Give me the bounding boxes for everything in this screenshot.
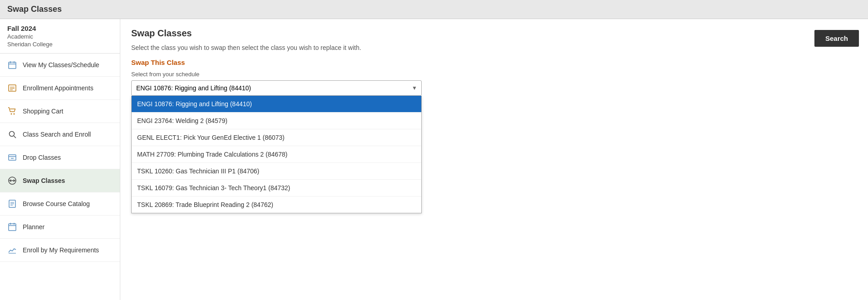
sidebar-item-view-schedule-label: View My Classes/Schedule xyxy=(23,61,99,69)
sidebar-item-planner-label: Planner xyxy=(23,223,44,231)
dropdown-item-4[interactable]: TSKL 10260: Gas Technician III P1 (84706… xyxy=(132,163,421,180)
sidebar-sub2: Sheridan College xyxy=(7,41,113,48)
page-wrapper: Swap Classes Fall 2024 Academic Sheridan… xyxy=(0,0,868,300)
sidebar-item-shopping-cart[interactable]: Shopping Cart xyxy=(0,100,120,123)
sidebar-item-browse-label: Browse Course Catalog xyxy=(23,200,90,207)
cart-icon xyxy=(7,106,17,116)
sidebar-nav: View My Classes/Schedule Enrollment Appo… xyxy=(0,54,120,300)
enroll-icon xyxy=(7,245,17,255)
search-button[interactable]: Search xyxy=(814,30,859,47)
main-content: Search Swap Classes Select the class you… xyxy=(120,19,868,300)
browse-icon xyxy=(7,199,17,209)
sidebar-item-drop-label: Drop Classes xyxy=(23,154,61,161)
sidebar-item-view-schedule[interactable]: View My Classes/Schedule xyxy=(0,54,120,77)
dropdown-item-2[interactable]: GENL ELECT1: Pick Your GenEd Elective 1 … xyxy=(132,129,421,146)
sidebar: Fall 2024 Academic Sheridan College View… xyxy=(0,19,120,300)
schedule-select[interactable]: ENGI 10876: Rigging and Lifting (84410)E… xyxy=(131,80,422,96)
sidebar-item-cart-label: Shopping Cart xyxy=(23,108,64,115)
svg-rect-12 xyxy=(9,155,16,160)
list-icon xyxy=(7,83,17,93)
planner-icon xyxy=(7,222,17,232)
sidebar-term: Fall 2024 xyxy=(7,25,113,32)
drop-icon xyxy=(7,152,17,162)
sidebar-item-swap-classes[interactable]: Swap Classes xyxy=(0,169,120,192)
svg-point-8 xyxy=(11,113,12,115)
dropdown-item-0[interactable]: ENGI 10876: Rigging and Lifting (84410) xyxy=(132,96,421,113)
sidebar-item-browse-catalog[interactable]: Browse Course Catalog xyxy=(0,192,120,216)
content-title: Swap Classes xyxy=(131,28,857,39)
sidebar-item-enrollment-label: Enrollment Appointments xyxy=(23,84,94,92)
dropdown-item-6[interactable]: TSKL 20869: Trade Blueprint Reading 2 (8… xyxy=(132,197,421,213)
sidebar-header: Fall 2024 Academic Sheridan College xyxy=(0,19,120,54)
dropdown-item-1[interactable]: ENGI 23764: Welding 2 (84579) xyxy=(132,113,421,129)
dropdown-list: ENGI 10876: Rigging and Lifting (84410) … xyxy=(131,96,422,213)
sidebar-item-swap-label: Swap Classes xyxy=(23,177,65,184)
instruction-text: Select the class you wish to swap then s… xyxy=(131,44,857,51)
swap-icon xyxy=(7,176,17,186)
svg-rect-4 xyxy=(9,85,16,91)
swap-section-title: Swap This Class xyxy=(131,59,857,66)
select-wrapper: ENGI 10876: Rigging and Lifting (84410)E… xyxy=(131,80,422,96)
sidebar-item-class-search-label: Class Search and Enroll xyxy=(23,131,91,138)
dropdown-item-3[interactable]: MATH 27709: Plumbing Trade Calculations … xyxy=(132,146,421,163)
sidebar-item-enroll-requirements[interactable]: Enroll by My Requirements xyxy=(0,239,120,262)
calendar-icon xyxy=(7,60,17,70)
dropdown-item-5[interactable]: TSKL 16079: Gas Technician 3- Tech Theor… xyxy=(132,180,421,197)
page-title: Swap Classes xyxy=(7,5,62,14)
svg-rect-0 xyxy=(9,62,16,69)
svg-line-11 xyxy=(14,136,16,138)
sidebar-item-enroll-label: Enroll by My Requirements xyxy=(23,246,99,254)
svg-rect-21 xyxy=(9,224,16,231)
sidebar-sub1: Academic xyxy=(7,33,113,40)
sidebar-item-enrollment-appointments[interactable]: Enrollment Appointments xyxy=(0,77,120,100)
search-icon xyxy=(7,129,17,139)
sidebar-item-drop-classes[interactable]: Drop Classes xyxy=(0,146,120,169)
svg-point-9 xyxy=(14,113,15,115)
sidebar-item-class-search[interactable]: Class Search and Enroll xyxy=(0,123,120,146)
top-header: Swap Classes xyxy=(0,0,868,19)
sidebar-item-planner[interactable]: Planner xyxy=(0,216,120,239)
main-layout: Fall 2024 Academic Sheridan College View… xyxy=(0,19,868,300)
svg-point-10 xyxy=(10,132,15,137)
select-label: Select from your schedule xyxy=(131,71,857,78)
